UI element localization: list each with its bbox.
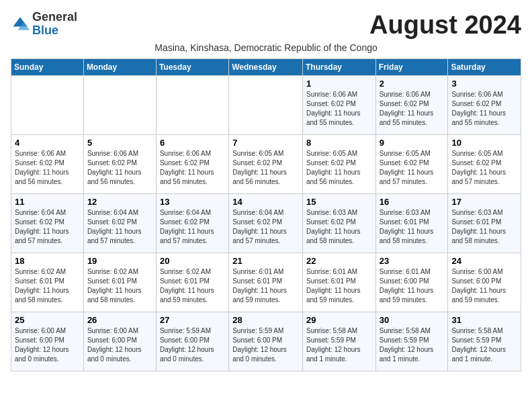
calendar-cell: 2Sunrise: 6:06 AM Sunset: 6:02 PM Daylig…: [375, 76, 448, 135]
calendar-cell: 8Sunrise: 6:05 AM Sunset: 6:02 PM Daylig…: [302, 135, 375, 194]
day-number: 7: [232, 138, 299, 148]
calendar-cell: 15Sunrise: 6:03 AM Sunset: 6:02 PM Dayli…: [302, 194, 375, 253]
day-info: Sunrise: 6:00 AM Sunset: 6:00 PM Dayligh…: [15, 326, 80, 364]
calendar-cell: [156, 76, 228, 135]
day-info: Sunrise: 5:59 AM Sunset: 6:00 PM Dayligh…: [160, 326, 225, 364]
calendar-header-row: SundayMondayTuesdayWednesdayThursdayFrid…: [11, 59, 521, 76]
col-header-wednesday: Wednesday: [229, 59, 303, 76]
day-info: Sunrise: 6:06 AM Sunset: 6:02 PM Dayligh…: [15, 149, 80, 187]
day-number: 10: [451, 138, 517, 148]
logo: General Blue: [11, 11, 77, 38]
day-info: Sunrise: 6:06 AM Sunset: 6:02 PM Dayligh…: [160, 149, 225, 187]
day-info: Sunrise: 6:05 AM Sunset: 6:02 PM Dayligh…: [380, 149, 445, 187]
day-number: 13: [160, 197, 225, 207]
day-info: Sunrise: 6:00 AM Sunset: 6:00 PM Dayligh…: [87, 326, 152, 364]
calendar-cell: 22Sunrise: 6:01 AM Sunset: 6:01 PM Dayli…: [302, 253, 375, 312]
day-number: 9: [380, 138, 445, 148]
subtitle: Masina, Kinshasa, Democratic Republic of…: [11, 42, 521, 53]
day-number: 21: [232, 256, 299, 266]
calendar-week-row: 18Sunrise: 6:02 AM Sunset: 6:01 PM Dayli…: [11, 253, 521, 312]
day-number: 24: [451, 256, 517, 266]
calendar-cell: [11, 76, 84, 135]
calendar-cell: 30Sunrise: 5:58 AM Sunset: 5:59 PM Dayli…: [375, 312, 448, 371]
day-info: Sunrise: 6:04 AM Sunset: 6:02 PM Dayligh…: [15, 208, 80, 246]
calendar-cell: 13Sunrise: 6:04 AM Sunset: 6:02 PM Dayli…: [156, 194, 228, 253]
day-info: Sunrise: 6:00 AM Sunset: 6:00 PM Dayligh…: [451, 267, 517, 305]
day-info: Sunrise: 6:04 AM Sunset: 6:02 PM Dayligh…: [232, 208, 299, 246]
day-info: Sunrise: 6:04 AM Sunset: 6:02 PM Dayligh…: [87, 208, 152, 246]
day-info: Sunrise: 6:01 AM Sunset: 6:01 PM Dayligh…: [232, 267, 299, 305]
day-info: Sunrise: 6:05 AM Sunset: 6:02 PM Dayligh…: [451, 149, 517, 187]
calendar-cell: 7Sunrise: 6:05 AM Sunset: 6:02 PM Daylig…: [229, 135, 303, 194]
day-number: 22: [306, 256, 372, 266]
day-number: 20: [160, 256, 225, 266]
calendar-cell: 6Sunrise: 6:06 AM Sunset: 6:02 PM Daylig…: [156, 135, 228, 194]
calendar-cell: 28Sunrise: 5:59 AM Sunset: 6:00 PM Dayli…: [229, 312, 303, 371]
day-info: Sunrise: 5:58 AM Sunset: 5:59 PM Dayligh…: [451, 326, 517, 364]
day-number: 15: [306, 197, 372, 207]
day-number: 8: [306, 138, 372, 148]
calendar-cell: 9Sunrise: 6:05 AM Sunset: 6:02 PM Daylig…: [375, 135, 448, 194]
day-info: Sunrise: 6:05 AM Sunset: 6:02 PM Dayligh…: [232, 149, 299, 187]
page-header: General Blue August 2024: [11, 11, 521, 40]
calendar-cell: [83, 76, 156, 135]
calendar-cell: 10Sunrise: 6:05 AM Sunset: 6:02 PM Dayli…: [448, 135, 521, 194]
day-info: Sunrise: 6:02 AM Sunset: 6:01 PM Dayligh…: [87, 267, 152, 305]
calendar-week-row: 4Sunrise: 6:06 AM Sunset: 6:02 PM Daylig…: [11, 135, 521, 194]
logo-icon: [11, 15, 30, 34]
day-number: 23: [380, 256, 445, 266]
day-number: 27: [160, 315, 225, 325]
col-header-friday: Friday: [375, 59, 448, 76]
day-number: 2: [380, 79, 445, 89]
day-info: Sunrise: 6:06 AM Sunset: 6:02 PM Dayligh…: [87, 149, 152, 187]
day-number: 18: [15, 256, 80, 266]
month-title: August 2024: [369, 11, 521, 40]
col-header-saturday: Saturday: [448, 59, 521, 76]
calendar-cell: 4Sunrise: 6:06 AM Sunset: 6:02 PM Daylig…: [11, 135, 84, 194]
calendar-cell: 27Sunrise: 5:59 AM Sunset: 6:00 PM Dayli…: [156, 312, 228, 371]
calendar-cell: 14Sunrise: 6:04 AM Sunset: 6:02 PM Dayli…: [229, 194, 303, 253]
day-info: Sunrise: 6:06 AM Sunset: 6:02 PM Dayligh…: [380, 90, 445, 128]
day-info: Sunrise: 6:06 AM Sunset: 6:02 PM Dayligh…: [451, 90, 517, 128]
logo-general-text: General: [32, 11, 77, 24]
day-number: 12: [87, 197, 152, 207]
calendar-cell: 19Sunrise: 6:02 AM Sunset: 6:01 PM Dayli…: [83, 253, 156, 312]
calendar-cell: 21Sunrise: 6:01 AM Sunset: 6:01 PM Dayli…: [229, 253, 303, 312]
calendar-week-row: 11Sunrise: 6:04 AM Sunset: 6:02 PM Dayli…: [11, 194, 521, 253]
day-number: 30: [380, 315, 445, 325]
day-info: Sunrise: 6:02 AM Sunset: 6:01 PM Dayligh…: [160, 267, 225, 305]
day-number: 16: [380, 197, 445, 207]
calendar-table: SundayMondayTuesdayWednesdayThursdayFrid…: [11, 58, 521, 371]
calendar-week-row: 1Sunrise: 6:06 AM Sunset: 6:02 PM Daylig…: [11, 76, 521, 135]
day-info: Sunrise: 5:58 AM Sunset: 5:59 PM Dayligh…: [306, 326, 372, 364]
calendar-cell: 24Sunrise: 6:00 AM Sunset: 6:00 PM Dayli…: [448, 253, 521, 312]
logo-blue-text: Blue: [32, 24, 77, 38]
calendar-cell: 26Sunrise: 6:00 AM Sunset: 6:00 PM Dayli…: [83, 312, 156, 371]
day-number: 25: [15, 315, 80, 325]
calendar-cell: 25Sunrise: 6:00 AM Sunset: 6:00 PM Dayli…: [11, 312, 84, 371]
calendar-cell: 23Sunrise: 6:01 AM Sunset: 6:00 PM Dayli…: [375, 253, 448, 312]
day-number: 17: [451, 197, 517, 207]
day-number: 4: [15, 138, 80, 148]
col-header-thursday: Thursday: [302, 59, 375, 76]
day-info: Sunrise: 6:06 AM Sunset: 6:02 PM Dayligh…: [306, 90, 372, 128]
calendar-cell: 20Sunrise: 6:02 AM Sunset: 6:01 PM Dayli…: [156, 253, 228, 312]
day-info: Sunrise: 6:03 AM Sunset: 6:01 PM Dayligh…: [380, 208, 445, 246]
col-header-tuesday: Tuesday: [156, 59, 228, 76]
calendar-cell: 16Sunrise: 6:03 AM Sunset: 6:01 PM Dayli…: [375, 194, 448, 253]
day-number: 14: [232, 197, 299, 207]
calendar-cell: 1Sunrise: 6:06 AM Sunset: 6:02 PM Daylig…: [302, 76, 375, 135]
day-number: 3: [451, 79, 517, 89]
calendar-cell: 18Sunrise: 6:02 AM Sunset: 6:01 PM Dayli…: [11, 253, 84, 312]
day-info: Sunrise: 6:01 AM Sunset: 6:00 PM Dayligh…: [380, 267, 445, 305]
day-number: 1: [306, 79, 372, 89]
col-header-monday: Monday: [83, 59, 156, 76]
day-number: 5: [87, 138, 152, 148]
day-info: Sunrise: 5:59 AM Sunset: 6:00 PM Dayligh…: [232, 326, 299, 364]
day-info: Sunrise: 6:02 AM Sunset: 6:01 PM Dayligh…: [15, 267, 80, 305]
day-info: Sunrise: 6:04 AM Sunset: 6:02 PM Dayligh…: [160, 208, 225, 246]
day-number: 26: [87, 315, 152, 325]
calendar-week-row: 25Sunrise: 6:00 AM Sunset: 6:00 PM Dayli…: [11, 312, 521, 371]
day-info: Sunrise: 6:03 AM Sunset: 6:02 PM Dayligh…: [306, 208, 372, 246]
calendar-cell: 11Sunrise: 6:04 AM Sunset: 6:02 PM Dayli…: [11, 194, 84, 253]
